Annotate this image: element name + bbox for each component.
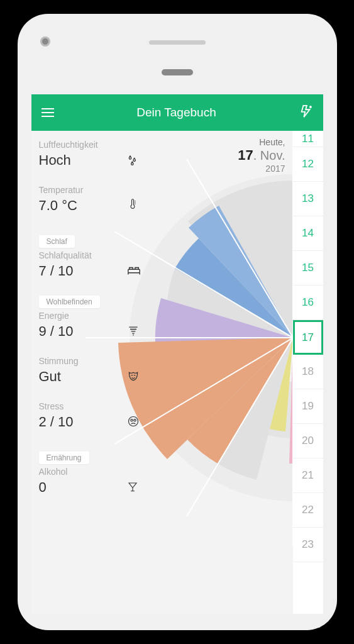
svg-point-3 [249, 294, 293, 382]
metric-sleep-quality[interactable]: Schlafqualität 7 / 10 [39, 250, 152, 279]
section-ernaehrung: Ernährung [39, 452, 89, 464]
day-cell[interactable]: 22 [293, 493, 323, 528]
svg-point-14 [133, 419, 135, 421]
face-icon [127, 415, 140, 430]
metric-energy[interactable]: Energie 9 / 10 [39, 311, 152, 340]
svg-point-12 [128, 417, 138, 426]
svg-line-5 [187, 159, 293, 338]
day-cell[interactable]: 20 [293, 424, 323, 458]
section-wohlbefinden: Wohlbefinden [39, 296, 100, 308]
current-date: Heute, 17. Nov. 2017 [238, 137, 285, 174]
metric-alcohol[interactable]: Alkohol 0 [39, 467, 152, 496]
glass-icon [127, 480, 138, 496]
day-cell[interactable]: 21 [293, 458, 323, 493]
day-cell[interactable]: 14 [293, 216, 323, 251]
metric-temperature[interactable]: Temperatur 7.0 °C [39, 185, 152, 214]
action-icon[interactable] [299, 104, 313, 121]
section-schlaf: Schlaf [39, 235, 75, 248]
day-cell[interactable]: 13 [293, 182, 323, 216]
app-bar: Dein Tagebuch [31, 94, 323, 131]
day-cell[interactable]: 19 [293, 389, 323, 424]
thermometer-icon [127, 197, 138, 214]
date-day: 17 [238, 147, 253, 163]
day-cell[interactable]: 18 [293, 355, 323, 389]
metrics-list: Luftfeuchtigkeit Hoch Temperatur 7.0 °C … [39, 140, 152, 507]
app-title: Dein Tagebuch [54, 106, 299, 119]
date-year: 2017 [238, 164, 285, 174]
day-cell[interactable]: 17 [293, 320, 323, 355]
day-strip[interactable]: 11121314151617181920212223 [293, 131, 323, 614]
humidity-icon [127, 153, 140, 169]
svg-point-13 [130, 419, 132, 421]
date-month: . Nov. [253, 148, 285, 162]
metric-humidity[interactable]: Luftfeuchtigkeit Hoch [39, 140, 152, 169]
day-cell[interactable]: 12 [293, 147, 323, 182]
svg-point-2 [192, 237, 293, 438]
metric-mood[interactable]: Stimmung Gut [39, 356, 152, 385]
menu-icon[interactable] [41, 108, 54, 117]
svg-point-1 [130, 174, 293, 501]
svg-rect-11 [128, 269, 139, 273]
day-cell[interactable]: 11 [293, 131, 323, 147]
tornado-icon [127, 325, 140, 340]
bed-icon [127, 265, 141, 279]
svg-line-9 [187, 338, 293, 516]
metric-stress[interactable]: Stress 2 / 10 [39, 401, 152, 430]
day-cell[interactable]: 15 [293, 251, 323, 286]
day-cell[interactable]: 23 [293, 528, 323, 562]
mask-icon [127, 370, 140, 385]
date-label: Heute, [238, 137, 285, 147]
day-cell[interactable]: 16 [293, 286, 323, 320]
